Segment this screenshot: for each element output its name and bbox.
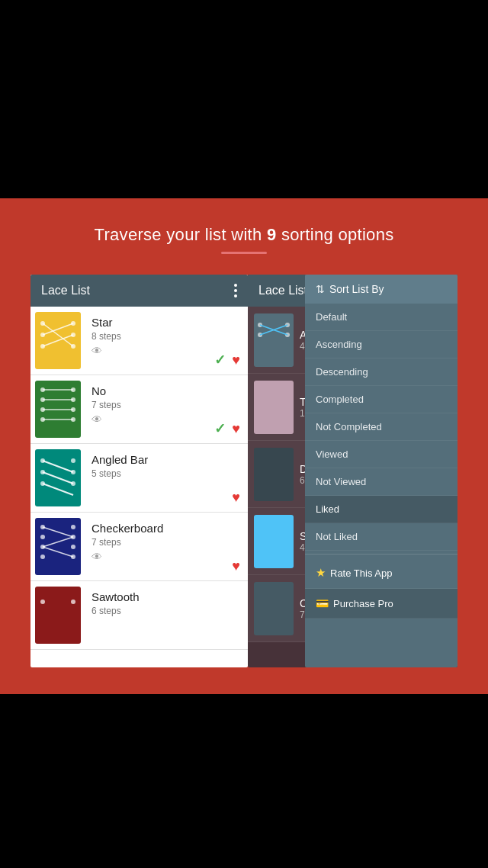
heart-icon-checker: ♥ bbox=[232, 558, 240, 574]
svg-line-38 bbox=[43, 527, 73, 537]
dropdown-item-rate[interactable]: ★ Rate This App bbox=[305, 558, 458, 589]
thumb-img-star bbox=[35, 312, 81, 369]
right-thumb-three bbox=[254, 381, 294, 434]
heart-icon-star: ♥ bbox=[232, 352, 240, 368]
left-panel-title: Lace List bbox=[41, 284, 90, 297]
lace-actions-star: ✓ ♥ bbox=[214, 352, 240, 368]
svg-line-7 bbox=[43, 323, 73, 335]
lace-item-sawtooth[interactable]: Sawtooth 6 steps bbox=[30, 581, 248, 650]
checker-lace-svg bbox=[35, 518, 81, 575]
sort-dropdown[interactable]: ⇅ Sort List By Default Ascending Descend… bbox=[305, 275, 458, 667]
svg-point-36 bbox=[71, 545, 75, 549]
sort-icon: ⇅ bbox=[316, 283, 325, 295]
headline-number: 9 bbox=[267, 225, 277, 244]
lace-thumb-checker bbox=[30, 513, 85, 580]
left-panel: Lace List bbox=[30, 275, 248, 667]
heart-icon-angled: ♥ bbox=[232, 490, 240, 506]
dropdown-item-not-liked[interactable]: Not Liked bbox=[305, 523, 458, 551]
heart-icon-no: ♥ bbox=[232, 421, 240, 437]
star-lace-svg bbox=[35, 312, 81, 369]
lace-steps-sawtooth: 6 steps bbox=[92, 606, 242, 616]
right-thumb-army bbox=[254, 313, 294, 367]
thumb-img-checker bbox=[35, 518, 81, 575]
sawtooth-lace-svg bbox=[35, 587, 81, 644]
svg-point-31 bbox=[40, 535, 45, 539]
dropdown-item-purchase[interactable]: 💳 Purchase Pro bbox=[305, 589, 458, 619]
thumb-img-no bbox=[35, 381, 81, 438]
more-options-button[interactable] bbox=[234, 284, 237, 297]
dropdown-item-default[interactable]: Default bbox=[305, 304, 458, 331]
lace-steps-angled: 5 steps bbox=[92, 468, 242, 479]
svg-line-27 bbox=[43, 461, 73, 472]
svg-line-8 bbox=[43, 335, 73, 346]
headline-before: Traverse your list with bbox=[95, 225, 267, 244]
headline-underline bbox=[221, 252, 267, 254]
dropdown-item-not-viewed[interactable]: Not Viewed bbox=[305, 468, 458, 496]
star-icon: ★ bbox=[316, 566, 326, 580]
lace-name-no: No bbox=[92, 384, 242, 397]
lace-steps-no: 7 steps bbox=[92, 400, 242, 410]
svg-point-34 bbox=[71, 525, 75, 529]
angled-lace-svg bbox=[35, 449, 81, 506]
top-black-bar bbox=[0, 0, 488, 198]
lace-thumb-angled bbox=[30, 444, 85, 512]
lace-item-checkerboard[interactable]: Checkerboard 7 steps 👁 ♥ bbox=[30, 513, 248, 581]
lace-actions-checker: ♥ bbox=[232, 558, 240, 574]
right-panel-title: Lace List bbox=[258, 284, 307, 297]
check-icon-no: ✓ bbox=[214, 420, 226, 437]
dropdown-item-viewed[interactable]: Viewed bbox=[305, 441, 458, 468]
headline-after: sorting options bbox=[276, 225, 393, 244]
svg-point-33 bbox=[40, 555, 45, 559]
right-thumb-single bbox=[254, 515, 294, 568]
svg-line-6 bbox=[43, 323, 73, 346]
lace-info-checker: Checkerboard 7 steps 👁 bbox=[85, 513, 248, 580]
dropdown-title-text: Sort List By bbox=[329, 283, 384, 295]
card-icon: 💳 bbox=[316, 597, 329, 609]
svg-point-41 bbox=[40, 600, 45, 604]
no-lace-svg bbox=[35, 381, 81, 438]
svg-line-39 bbox=[43, 537, 73, 547]
dropdown-item-ascending[interactable]: Ascending bbox=[305, 331, 458, 358]
thumb-img-angled bbox=[35, 449, 81, 506]
headline: Traverse your list with 9 sorting option… bbox=[0, 225, 488, 245]
panels-container: Lace List bbox=[30, 275, 458, 667]
thumb-img-sawtooth bbox=[35, 587, 81, 644]
lace-actions-angled: ♥ bbox=[232, 490, 240, 506]
dropdown-item-descending[interactable]: Descending bbox=[305, 358, 458, 386]
left-panel-header: Lace List bbox=[30, 275, 248, 307]
bottom-black-bar bbox=[0, 694, 488, 868]
right-thumb-double bbox=[254, 448, 294, 501]
lace-info-sawtooth: Sawtooth 6 steps bbox=[85, 581, 248, 649]
dropdown-item-liked[interactable]: Liked bbox=[305, 496, 458, 523]
lace-item-no[interactable]: No 7 steps 👁 ✓ ♥ bbox=[30, 375, 248, 444]
lace-info-angled: Angled Bar 5 steps bbox=[85, 444, 248, 512]
lace-thumb-sawtooth bbox=[30, 581, 85, 649]
svg-line-29 bbox=[43, 484, 73, 495]
svg-line-28 bbox=[43, 472, 73, 484]
svg-point-24 bbox=[71, 458, 75, 463]
dropdown-item-not-completed[interactable]: Not Completed bbox=[305, 413, 458, 441]
lace-thumb-no bbox=[30, 375, 85, 443]
svg-point-42 bbox=[71, 600, 75, 604]
dropdown-title: ⇅ Sort List By bbox=[305, 275, 458, 304]
lace-steps-star: 8 steps bbox=[92, 331, 242, 342]
lace-steps-checker: 7 steps bbox=[92, 537, 242, 548]
viewed-icon-checker: 👁 bbox=[92, 551, 242, 563]
lace-name-star: Star bbox=[92, 316, 242, 329]
svg-line-40 bbox=[43, 547, 73, 557]
right-panel: Lace List Army 4 steps bbox=[248, 275, 458, 667]
lace-thumb-star bbox=[30, 307, 85, 375]
lace-name-angled: Angled Bar bbox=[92, 453, 242, 466]
dropdown-item-completed[interactable]: Completed bbox=[305, 386, 458, 413]
lace-item-star[interactable]: Star 8 steps 👁 ✓ ♥ bbox=[30, 307, 248, 375]
check-icon-star: ✓ bbox=[214, 352, 226, 368]
lace-actions-no: ✓ ♥ bbox=[214, 420, 240, 437]
dropdown-divider bbox=[305, 554, 458, 555]
lace-item-angled-bar[interactable]: Angled Bar 5 steps ♥ bbox=[30, 444, 248, 513]
right-thumb-checke2 bbox=[254, 582, 294, 635]
lace-name-checker: Checkerboard bbox=[92, 522, 242, 535]
lace-name-sawtooth: Sawtooth bbox=[92, 590, 242, 603]
